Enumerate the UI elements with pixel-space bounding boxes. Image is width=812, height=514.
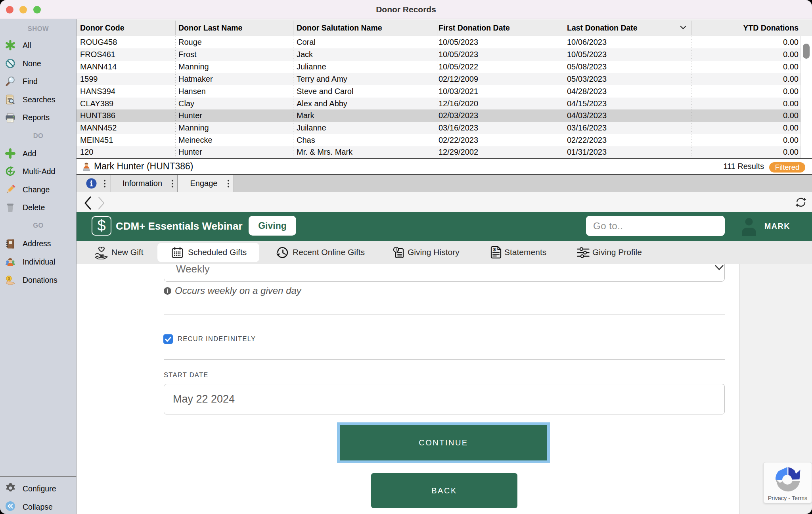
svg-text:$: $: [493, 247, 496, 252]
svg-text:$: $: [8, 276, 10, 281]
